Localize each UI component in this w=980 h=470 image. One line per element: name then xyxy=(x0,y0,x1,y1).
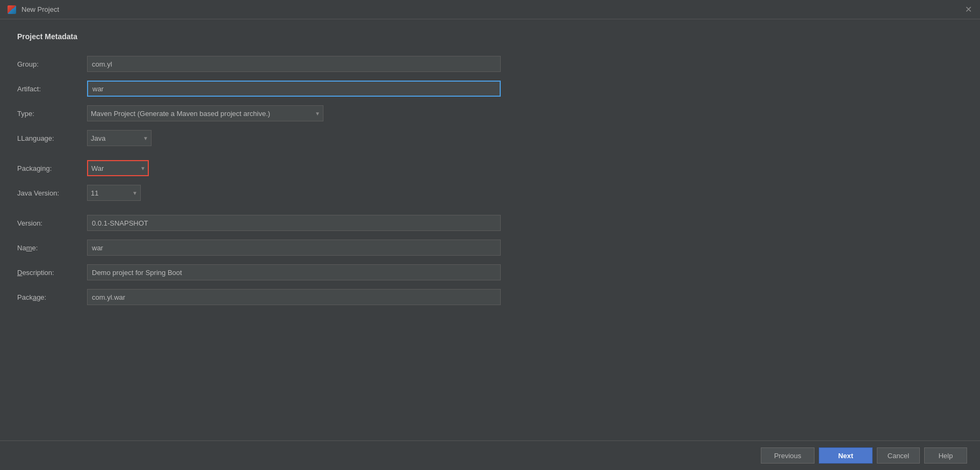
language-label: LLanguage: xyxy=(17,130,87,147)
language-select[interactable]: Java Kotlin Groovy xyxy=(87,130,152,146)
spacer-2 xyxy=(17,205,501,211)
package-label: Package: xyxy=(17,289,87,306)
title-bar-left: New Project xyxy=(6,4,59,15)
artifact-input[interactable] xyxy=(87,81,501,97)
package-input-wrapper xyxy=(87,285,501,309)
close-button[interactable]: ✕ xyxy=(963,4,974,15)
app-icon xyxy=(6,4,17,15)
group-input[interactable] xyxy=(87,56,501,72)
artifact-label: Artifact: xyxy=(17,81,87,97)
version-label: Version: xyxy=(17,215,87,232)
next-button[interactable]: Next xyxy=(819,447,873,464)
type-select[interactable]: Maven Project (Generate a Maven based pr… xyxy=(87,105,323,121)
packaging-select-wrapper-cell: Jar War ▼ xyxy=(87,156,501,180)
help-button[interactable]: Help xyxy=(924,447,967,464)
dialog-content: Project Metadata Group: Artifact: Type: … xyxy=(0,19,980,440)
name-input[interactable] xyxy=(87,240,501,256)
java-version-select-wrapper-cell: 8 11 17 21 ▼ xyxy=(87,180,501,205)
java-version-select[interactable]: 8 11 17 21 xyxy=(87,185,141,201)
dialog-footer: Previous Next Cancel Help xyxy=(0,440,980,470)
artifact-input-wrapper xyxy=(87,76,501,101)
form-grid: Group: Artifact: Type: Maven Project (Ge… xyxy=(17,52,501,309)
description-input-wrapper xyxy=(87,260,501,285)
title-bar: New Project ✕ xyxy=(0,0,980,19)
description-input[interactable] xyxy=(87,264,501,280)
packaging-select[interactable]: Jar War xyxy=(87,160,149,176)
version-input[interactable] xyxy=(87,215,501,231)
group-label: Group: xyxy=(17,56,87,73)
spacer-1 xyxy=(17,150,501,156)
name-input-wrapper xyxy=(87,235,501,260)
packaging-label: Packaging: xyxy=(17,160,87,177)
group-input-wrapper xyxy=(87,52,501,76)
java-version-label: Java Version: xyxy=(17,185,87,201)
name-label: Name: xyxy=(17,240,87,256)
language-select-wrapper: Java Kotlin Groovy ▼ xyxy=(87,130,152,146)
type-select-wrapper: Maven Project (Generate a Maven based pr… xyxy=(87,105,323,121)
window-title: New Project xyxy=(21,5,59,13)
previous-button[interactable]: Previous xyxy=(761,447,815,464)
type-label: Type: xyxy=(17,105,87,122)
language-select-wrapper-cell: Java Kotlin Groovy ▼ xyxy=(87,126,501,150)
section-title: Project Metadata xyxy=(17,32,963,41)
new-project-dialog: New Project ✕ Project Metadata Group: Ar… xyxy=(0,0,980,470)
description-label: Description: xyxy=(17,264,87,281)
java-version-select-wrapper: 8 11 17 21 ▼ xyxy=(87,185,141,201)
package-input[interactable] xyxy=(87,289,501,305)
app-icon-inner xyxy=(8,5,16,14)
type-select-wrapper-cell: Maven Project (Generate a Maven based pr… xyxy=(87,101,501,126)
version-input-wrapper xyxy=(87,211,501,235)
cancel-button[interactable]: Cancel xyxy=(877,447,920,464)
packaging-select-wrapper: Jar War ▼ xyxy=(87,160,149,176)
